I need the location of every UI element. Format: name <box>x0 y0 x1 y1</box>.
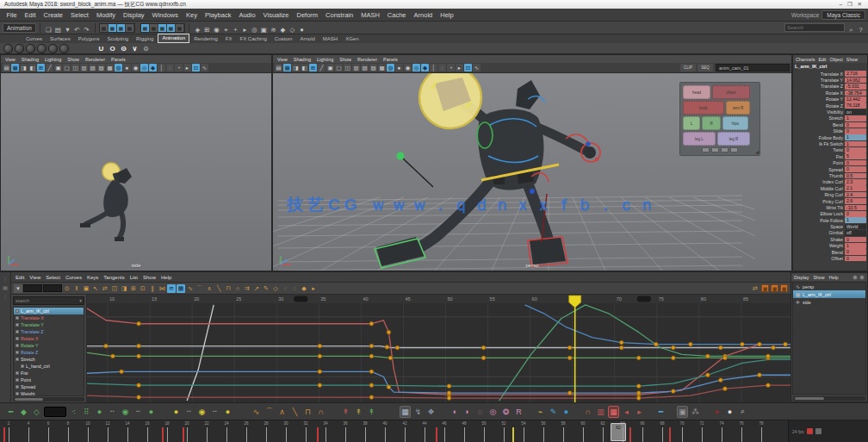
picker-button-leg-L[interactable]: leg L <box>683 132 716 146</box>
key-tool-icon[interactable]: ↯ <box>412 406 424 418</box>
keyframe-dot[interactable] <box>654 342 658 346</box>
menu-cache[interactable]: Cache <box>383 11 410 19</box>
shelf-button-☺[interactable]: ☺ <box>141 44 151 53</box>
viewport-toolbar-icon[interactable]: ▸ <box>183 64 191 72</box>
shelf-button[interactable] <box>48 44 58 53</box>
viewport-toolbar-icon[interactable]: ◆ <box>149 64 157 72</box>
key-tool-icon[interactable]: ◇ <box>31 406 42 418</box>
channel-value[interactable]: 0.5 <box>845 173 866 179</box>
keyframe-dot[interactable] <box>772 346 776 350</box>
keyframe-dot[interactable] <box>447 391 451 395</box>
keyframe-dot[interactable] <box>137 321 141 326</box>
keyframe-dot[interactable] <box>718 378 722 383</box>
viewport-toolbar-icon[interactable]: ▢ <box>63 64 71 72</box>
ge-outliner-row[interactable]: Spread <box>14 383 84 390</box>
shelf-tab-rigging[interactable]: Rigging <box>133 35 157 43</box>
keyframe-dot[interactable] <box>369 354 374 358</box>
viewport-toolbar-icon[interactable]: │ <box>158 64 165 72</box>
selection-mask-button[interactable]: ▦ <box>167 24 176 32</box>
ge-toolbar-icon[interactable]: ∥ <box>148 284 157 293</box>
viewport-toolbar-icon[interactable]: ◉ <box>132 64 140 72</box>
keyframe-dot[interactable] <box>387 330 391 334</box>
shelf-tab-sculpting[interactable]: Sculpting <box>103 35 132 43</box>
key-tool-icon[interactable]: ∩ <box>582 406 593 418</box>
channel-value[interactable]: 1 <box>845 217 866 223</box>
ge-toolbar-icon[interactable]: ▾ <box>14 284 22 293</box>
key-tool-icon[interactable]: ━ <box>5 406 16 418</box>
ge-outliner-row[interactable]: Point <box>14 377 84 383</box>
selection-mask-button[interactable]: ▦ <box>108 24 117 32</box>
menu-visualize[interactable]: Visualize <box>259 11 293 19</box>
keyframe-dot[interactable] <box>137 354 141 358</box>
keyframe-dot[interactable] <box>388 356 393 360</box>
panel-menu-panels[interactable]: Panels <box>111 57 126 62</box>
picker-tab-button[interactable] <box>702 147 710 153</box>
viewport-toolbar-icon[interactable]: ▩ <box>378 64 386 72</box>
keyframe-dot[interactable] <box>567 346 572 350</box>
keyframe-dot[interactable] <box>766 383 771 388</box>
keyframe-dot[interactable] <box>369 321 374 326</box>
key-tool-icon[interactable]: R <box>513 406 524 418</box>
viewport-toolbar-icon[interactable]: ∿ <box>201 64 208 72</box>
ge-toolbar-icon[interactable]: ‖ <box>72 284 81 293</box>
key-tool-icon[interactable]: ↟ <box>366 406 377 418</box>
result-field[interactable] <box>44 407 66 417</box>
ge-toolbar-icon[interactable]: ⁖ <box>281 284 289 293</box>
keyframe-dot[interactable] <box>723 387 728 391</box>
ge-toolbar-icon[interactable]: ◇ <box>271 284 280 293</box>
shelf-tab-mash[interactable]: MASH <box>319 35 341 43</box>
key-tool-icon[interactable]: ◆ <box>18 406 29 418</box>
panel-menu-panels[interactable]: Panels <box>383 57 398 62</box>
shelf-tab-animation[interactable]: Animation <box>158 34 189 43</box>
ge-stats-field[interactable] <box>43 284 62 292</box>
ge-outliner-row[interactable]: Rotate Z <box>14 349 84 356</box>
keyframe-dot[interactable] <box>688 342 692 346</box>
panel-menu-view[interactable]: View <box>5 57 16 62</box>
panel-menu-renderer[interactable]: Renderer <box>357 57 377 62</box>
shelf-button[interactable] <box>26 44 35 53</box>
menuset-dropdown[interactable]: Animation <box>3 23 36 33</box>
menu-create[interactable]: Create <box>40 11 67 19</box>
ge-outliner-row[interactable]: Rotate X <box>14 335 84 342</box>
keyframe-dot[interactable] <box>318 354 322 358</box>
key-tool-icon[interactable]: ◖ <box>449 406 460 418</box>
ge-toolbar-icon[interactable]: ↗ <box>252 284 261 293</box>
current-frame-scrubber[interactable]: 62 <box>611 423 626 441</box>
shelf-button[interactable] <box>37 44 46 53</box>
keyframe-dot[interactable] <box>137 395 141 400</box>
viewport-toolbar-icon[interactable]: ▢ <box>335 64 343 72</box>
viewport-toolbar-icon[interactable]: │ <box>430 64 437 72</box>
status-icon[interactable]: ▼ <box>63 25 72 34</box>
horizontal-scrollbar[interactable] <box>793 396 865 401</box>
viewport-toolbar-icon[interactable]: ▤ <box>3 64 10 72</box>
channel-box-menu-object[interactable]: Object <box>830 57 843 62</box>
viewport-toolbar-icon[interactable]: ◆ <box>421 64 429 72</box>
channel-value[interactable]: 1 <box>845 141 866 147</box>
keyframe-dot[interactable] <box>636 391 641 395</box>
channel-value[interactable]: 0 <box>845 256 866 262</box>
viewport-mini-button-seq[interactable]: SEQ <box>698 64 713 72</box>
ge-outliner-row[interactable]: Translate Z <box>14 328 84 335</box>
viewport-toolbar-icon[interactable]: ▣ <box>326 64 334 72</box>
keyframe-dot[interactable] <box>567 391 572 395</box>
key-tool-icon[interactable]: ▦ <box>400 406 411 418</box>
viewport-toolbar-icon[interactable]: ╱ <box>46 64 53 72</box>
key-tool-icon[interactable]: ● <box>94 406 105 418</box>
key-tool-icon[interactable]: ⠒ <box>209 406 220 418</box>
keyframe-dot[interactable] <box>741 342 745 346</box>
ge-toolbar-icon[interactable]: ∿ <box>186 284 195 293</box>
ge-outliner-row[interactable]: L_hand_ctrl <box>14 363 84 370</box>
shelf-button-∨[interactable]: ∨ <box>130 44 140 53</box>
channel-value[interactable]: 0 <box>845 237 866 243</box>
keyframe-dot[interactable] <box>671 356 675 360</box>
ge-toolbar-icon[interactable]: ⌒ <box>195 284 204 293</box>
key-tool-icon[interactable]: ⌒ <box>264 406 275 418</box>
channel-value[interactable]: 1 <box>845 134 866 140</box>
key-tool-icon[interactable]: ⠒ <box>183 406 195 418</box>
search-input[interactable] <box>784 23 845 32</box>
channel-box-menu-show[interactable]: Show <box>846 57 858 62</box>
viewport-toolbar-icon[interactable]: ◎ <box>140 64 148 72</box>
key-tool-icon[interactable]: ⌕ <box>737 406 748 418</box>
key-tool-icon[interactable]: ◉ <box>196 406 208 418</box>
channel-value[interactable]: on <box>845 109 866 115</box>
